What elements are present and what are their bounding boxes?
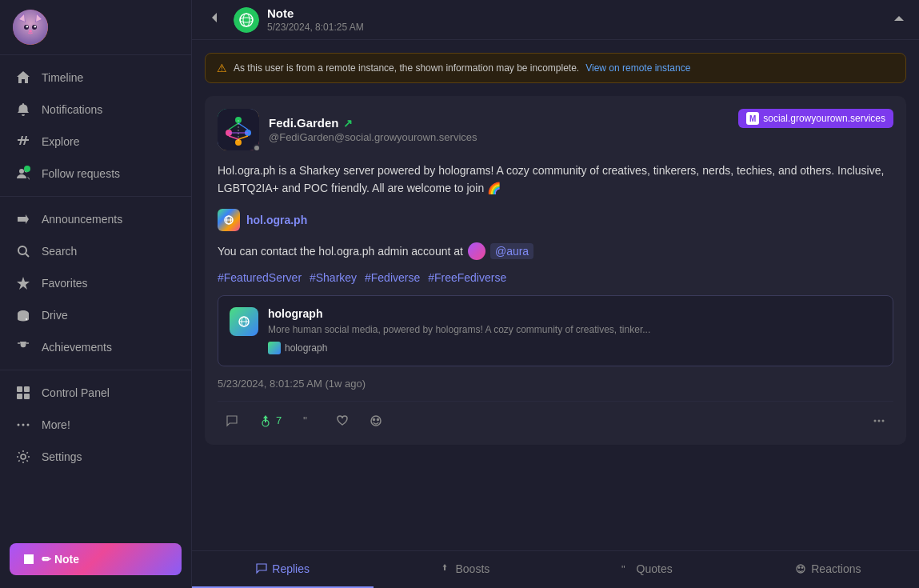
user-avatar[interactable] [13, 10, 48, 45]
control-panel-icon [16, 386, 30, 400]
svg-point-51 [874, 419, 877, 422]
gear-icon [16, 450, 30, 464]
sidebar-item-label: More! [42, 418, 70, 431]
svg-point-22 [22, 424, 25, 426]
sidebar-item-settings[interactable]: Settings [0, 441, 191, 473]
tab-boosts[interactable]: Boosts [374, 551, 555, 588]
instance-badge-text: social.growyourown.services [763, 113, 885, 124]
sidebar-item-label: Control Panel [42, 386, 110, 399]
link-preview[interactable]: holograph More human social media, power… [218, 295, 893, 366]
link-preview-desc: More human social media, powered by holo… [268, 323, 650, 337]
sidebar-item-more[interactable]: More! [0, 409, 191, 441]
sidebar-item-drive[interactable]: Drive [0, 299, 191, 331]
quote-button[interactable]: " [294, 410, 323, 432]
link-preview-icon [230, 307, 258, 336]
link-preview-title: holograph [268, 307, 650, 320]
trophy-icon [16, 340, 30, 354]
link-preview-favicon [268, 342, 281, 354]
action-bar: 7 " [218, 401, 893, 432]
svg-point-49 [374, 418, 375, 420]
instance-badge-icon: M [746, 112, 759, 125]
tab-replies-label: Replies [272, 562, 310, 575]
sidebar-item-control-panel[interactable]: Control Panel [0, 377, 191, 409]
admin-text: You can contact the hol.ogra.ph admin ac… [218, 245, 463, 258]
hologram-link[interactable]: hol.ogra.ph [218, 209, 893, 231]
svg-point-21 [18, 424, 20, 426]
author-handle: @FediGarden@social.growyourown.services [269, 131, 477, 143]
hashtag-fediverse[interactable]: #Fediverse [365, 271, 420, 284]
post-content: Hol.ogra.ph is a Sharkey server powered … [218, 162, 893, 198]
topbar-avatar [234, 7, 259, 33]
svg-point-8 [34, 26, 36, 27]
svg-point-0 [13, 10, 48, 45]
post-author: Fedi.Garden ↗ @FediGarden@social.growyou… [218, 109, 477, 150]
author-name-text: Fedi.Garden [269, 116, 339, 130]
collapse-button[interactable] [892, 11, 906, 29]
svg-point-52 [878, 419, 881, 422]
sidebar-item-search[interactable]: Search [0, 235, 191, 267]
hashtag-free-fediverse[interactable]: #FreeFediverse [428, 271, 506, 284]
admin-link[interactable]: @aura [490, 243, 533, 259]
author-avatar[interactable] [218, 109, 259, 150]
topbar: Note 5/23/2024, 8:01:25 AM [192, 0, 919, 40]
reply-button[interactable] [218, 410, 246, 432]
svg-rect-19 [17, 394, 22, 399]
sidebar-item-announcements[interactable]: Announcements [0, 203, 191, 235]
drive-icon [16, 308, 30, 322]
announcement-icon [16, 212, 30, 226]
sidebar-item-label: Settings [42, 450, 82, 463]
svg-marker-14 [17, 277, 30, 290]
emoji-reaction-button[interactable] [362, 410, 390, 432]
sidebar-item-label: Explore [42, 135, 79, 148]
sidebar-item-notifications[interactable]: Notifications [0, 94, 191, 126]
sidebar-item-timeline[interactable]: Timeline [0, 62, 191, 94]
hashtag-featured-server[interactable]: #FeaturedServer [218, 271, 302, 284]
more-options-button[interactable] [865, 410, 893, 432]
sidebar-item-favorites[interactable]: Favorites [0, 267, 191, 299]
post-card: Fedi.Garden ↗ @FediGarden@social.growyou… [205, 96, 906, 445]
topbar-date: 5/23/2024, 8:01:25 AM [267, 22, 364, 33]
view-remote-link[interactable]: View on remote instance [585, 62, 690, 74]
svg-line-13 [26, 254, 29, 257]
svg-point-12 [18, 246, 26, 254]
sidebar-item-label: Drive [42, 309, 68, 322]
bell-icon [16, 102, 30, 117]
link-preview-site-row: holograph [268, 342, 650, 354]
sidebar-header [0, 0, 191, 55]
note-button[interactable]: ✏ Note [10, 543, 182, 575]
post-header: Fedi.Garden ↗ @FediGarden@social.growyou… [218, 109, 893, 150]
svg-point-57 [801, 567, 803, 569]
link-preview-site: holograph [285, 342, 327, 354]
sidebar-item-label: Follow requests [42, 167, 120, 180]
sidebar-item-achievements[interactable]: Achievements [0, 331, 191, 363]
svg-text:": " [303, 414, 307, 427]
link-preview-content: holograph More human social media, power… [268, 307, 650, 354]
sidebar-item-label: Search [42, 245, 77, 258]
back-button[interactable] [205, 7, 226, 32]
nav-divider-2 [0, 370, 191, 370]
sidebar-item-explore[interactable]: Explore [0, 126, 191, 158]
boost-button[interactable]: 7 [251, 410, 290, 432]
svg-point-7 [26, 26, 28, 27]
svg-point-23 [27, 424, 30, 426]
hashtag-sharkey[interactable]: #Sharkey [310, 271, 357, 284]
tab-reactions[interactable]: Reactions [737, 551, 919, 588]
sidebar-nav: Timeline Notifications Explore Follow re… [0, 55, 191, 535]
tab-boosts-label: Boosts [455, 562, 489, 575]
tab-replies[interactable]: Replies [192, 551, 374, 588]
sidebar-item-follow-requests[interactable]: Follow requests [0, 158, 191, 190]
hologram-link-icon [218, 209, 240, 231]
verified-icon: ↗ [343, 117, 353, 130]
content-area[interactable]: ⚠ As this user is from a remote instance… [192, 40, 919, 550]
topbar-title: Note [267, 6, 364, 20]
svg-point-9 [29, 30, 32, 33]
instance-badge[interactable]: M social.growyourown.services [738, 109, 893, 128]
like-button[interactable] [328, 410, 357, 432]
star-icon [16, 276, 30, 290]
online-indicator [253, 144, 261, 152]
notification-dot [24, 166, 30, 172]
tab-quotes[interactable]: " Quotes [556, 551, 737, 588]
admin-avatar [468, 242, 485, 260]
warning-text: As this user is from a remote instance, … [234, 62, 579, 74]
svg-rect-17 [17, 386, 22, 392]
